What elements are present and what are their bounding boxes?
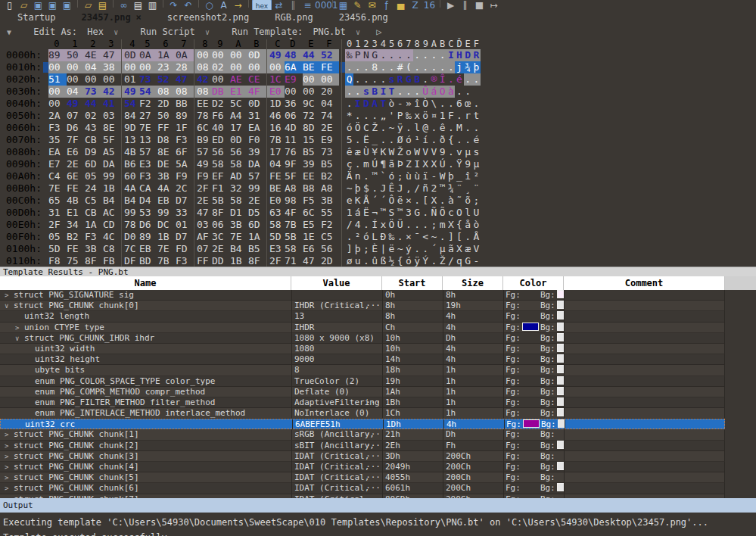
ascii-char[interactable]: ¬: [371, 207, 379, 219]
hex-byte[interactable]: D4: [139, 195, 157, 207]
hex-byte[interactable]: 50: [67, 49, 85, 61]
ascii-char[interactable]: .: [413, 219, 422, 231]
ascii-char[interactable]: .: [430, 255, 438, 267]
column-header-comment[interactable]: Comment: [564, 276, 725, 290]
hex-byte[interactable]: EA: [248, 122, 266, 134]
ascii-char[interactable]: .: [472, 122, 481, 134]
hex-byte[interactable]: 99: [248, 182, 266, 195]
tree-expand-arrow[interactable]: >: [5, 441, 14, 451]
hex-byte[interactable]: B5: [248, 243, 266, 255]
ascii-char[interactable]: ™: [371, 170, 379, 182]
ascii-char[interactable]: ö: [422, 110, 430, 122]
ascii-char[interactable]: Ê: [387, 182, 396, 195]
step-icon[interactable]: ↦: [487, 0, 501, 10]
ascii-char[interactable]: B: [413, 73, 422, 86]
column-header-name[interactable]: Name: [0, 276, 291, 290]
hex-byte[interactable]: 58: [230, 158, 248, 170]
hex-byte[interactable]: 05: [85, 170, 103, 182]
ascii-char[interactable]: .: [472, 73, 481, 86]
hex-byte[interactable]: 3B: [321, 195, 339, 207]
hex-byte[interactable]: FB: [103, 255, 121, 267]
hex-byte[interactable]: 27: [139, 110, 157, 122]
tab-23456-png[interactable]: 23456.png: [326, 10, 401, 25]
ascii-char[interactable]: ð: [438, 134, 446, 146]
ascii-char[interactable]: `: [379, 170, 387, 182]
ascii-char[interactable]: T: [379, 98, 387, 110]
hex-byte[interactable]: 3C: [212, 231, 230, 243]
grid-icon[interactable]: ▦: [336, 0, 350, 10]
ascii-char[interactable]: ò: [472, 219, 481, 231]
ascii-char[interactable]: Ò: [422, 98, 430, 110]
ascii-char[interactable]: $: [362, 182, 370, 195]
hex-byte[interactable]: 03: [194, 219, 212, 231]
hex-byte[interactable]: 47: [176, 73, 194, 86]
ascii-char[interactable]: [: [455, 231, 463, 243]
ascii-char[interactable]: {: [396, 255, 404, 267]
ascii-char[interactable]: ~: [430, 231, 438, 243]
hex-byte[interactable]: 6C: [194, 122, 212, 134]
hex-byte[interactable]: 1A: [85, 219, 103, 231]
hex-byte[interactable]: 08: [194, 61, 212, 73]
ascii-char[interactable]: .: [422, 219, 430, 231]
hex-byte[interactable]: 1B: [103, 182, 121, 195]
ascii-char[interactable]: .: [387, 134, 396, 146]
ascii-char[interactable]: ¯: [413, 231, 422, 243]
ascii-char[interactable]: x: [379, 219, 387, 231]
ascii-char[interactable]: _: [371, 134, 379, 146]
hex-byte[interactable]: FE: [266, 170, 285, 182]
template-row[interactable]: enum PNG_FILTER_METHOD filter_methodAdap…: [0, 397, 725, 408]
hex-byte[interactable]: 16: [266, 122, 285, 134]
hex-byte[interactable]: 1E: [303, 231, 321, 243]
hex-byte[interactable]: B4: [121, 195, 139, 207]
ascii-char[interactable]: S: [387, 207, 396, 219]
ascii-char[interactable]: X: [422, 158, 430, 170]
hex-byte[interactable]: 0D: [230, 134, 248, 146]
hex-byte[interactable]: EF: [212, 170, 230, 182]
hex-byte[interactable]: 06: [285, 110, 303, 122]
ascii-char[interactable]: .: [353, 73, 362, 86]
ascii-char[interactable]: .: [353, 61, 362, 73]
ascii-char[interactable]: 3: [404, 207, 412, 219]
hex-byte[interactable]: FD: [176, 243, 194, 255]
ascii-char[interactable]: .: [446, 73, 455, 86]
ascii-char[interactable]: ×: [404, 231, 412, 243]
ascii-char[interactable]: Å: [362, 195, 370, 207]
line-format-icon[interactable]: ≡: [300, 0, 315, 10]
ascii-char[interactable]: \: [430, 98, 438, 110]
hex-byte[interactable]: E7: [48, 158, 67, 170]
ascii-char[interactable]: n: [353, 170, 362, 182]
hex-byte[interactable]: 7E: [139, 122, 157, 134]
hex-byte[interactable]: 2F: [194, 182, 212, 195]
hex-byte[interactable]: 9D: [121, 122, 139, 134]
hex-byte[interactable]: 3B: [157, 170, 176, 182]
hex-byte[interactable]: 04: [321, 98, 339, 110]
column-header-value[interactable]: Value: [291, 276, 382, 290]
copy-icon[interactable]: ▤: [131, 0, 145, 10]
save-as-icon[interactable]: ▣: [45, 0, 60, 10]
hex-byte[interactable]: 56: [321, 243, 339, 255]
hex-byte[interactable]: CB: [85, 207, 103, 219]
hex-byte[interactable]: E5: [303, 219, 321, 231]
hex-byte[interactable]: 51: [48, 73, 67, 86]
output-titlebar[interactable]: Output: [0, 498, 756, 513]
ascii-char[interactable]: F: [446, 110, 455, 122]
ascii-char[interactable]: Ä: [345, 170, 353, 182]
hex-byte[interactable]: 00: [266, 61, 285, 73]
ascii-char[interactable]: X: [455, 243, 463, 255]
ascii-char[interactable]: ã: [446, 243, 455, 255]
ascii-char[interactable]: l: [464, 207, 472, 219]
ascii-char[interactable]: ¸: [464, 182, 472, 195]
hex-byte[interactable]: 2F: [48, 219, 67, 231]
hex-byte[interactable]: A5: [103, 146, 121, 158]
hex-byte[interactable]: 58: [212, 158, 230, 170]
ascii-char[interactable]: Ý: [422, 255, 430, 267]
hex-byte[interactable]: 7B: [285, 219, 303, 231]
ascii-char[interactable]: .: [446, 98, 455, 110]
hex-byte[interactable]: DA: [248, 158, 266, 170]
hex-byte[interactable]: 7E: [48, 182, 67, 195]
hex-byte[interactable]: 00: [194, 49, 212, 61]
ascii-char[interactable]: ~: [396, 243, 404, 255]
ascii-char[interactable]: .: [353, 158, 362, 170]
hex-byte[interactable]: 0A: [176, 49, 194, 61]
new-file-icon[interactable]: ▯: [2, 0, 17, 10]
